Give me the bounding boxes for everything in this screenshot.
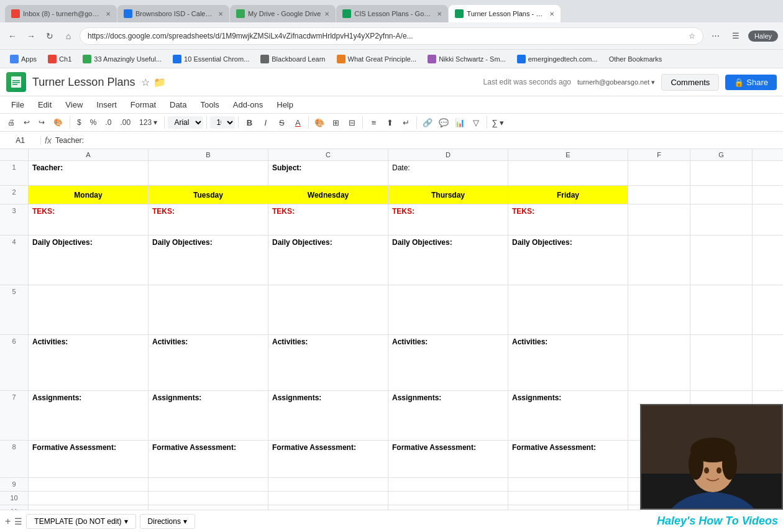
bookmark-10essential[interactable]: 10 Essential Chrom...: [168, 53, 254, 65]
bookmark-33[interactable]: 33 Amazingly Useful...: [78, 53, 167, 65]
borders-button[interactable]: ⊞: [328, 115, 343, 130]
cell-d10[interactable]: [388, 492, 508, 505]
col-header-g[interactable]: G: [690, 149, 753, 160]
undo-button[interactable]: ↩: [20, 116, 34, 129]
cell-c7[interactable]: Assignments:: [268, 391, 388, 440]
cell-b7[interactable]: Assignments:: [149, 391, 268, 440]
cell-b1[interactable]: [149, 161, 268, 185]
cell-a7[interactable]: Assignments:: [29, 391, 149, 440]
cell-a9[interactable]: [29, 478, 149, 491]
bookmark-whatgreat[interactable]: What Great Principle...: [332, 53, 422, 65]
cell-f6[interactable]: [628, 335, 690, 390]
cell-e5[interactable]: [508, 285, 628, 334]
align-left-button[interactable]: ≡: [366, 115, 381, 130]
cell-e10[interactable]: [508, 492, 628, 505]
cell-c3[interactable]: TEKS:: [268, 204, 388, 235]
menu-insert[interactable]: Insert: [90, 98, 123, 112]
cell-d5[interactable]: [388, 285, 508, 334]
cell-d8[interactable]: Formative Assessment:: [388, 441, 508, 477]
fill-color-button[interactable]: 🎨: [312, 115, 327, 130]
cell-g4[interactable]: [690, 236, 753, 285]
filter-button[interactable]: ▽: [469, 115, 483, 130]
insert-link-button[interactable]: 🔗: [420, 115, 435, 130]
cell-g6[interactable]: [690, 335, 753, 390]
bookmark-star-icon[interactable]: ☆: [141, 76, 150, 88]
cell-a10[interactable]: [29, 492, 149, 505]
cell-b6[interactable]: Activities:: [149, 335, 268, 390]
cell-e6[interactable]: Activities:: [508, 335, 628, 390]
cell-c1[interactable]: Subject:: [268, 161, 388, 185]
cell-d7[interactable]: Assignments:: [388, 391, 508, 440]
cell-a3[interactable]: TEKS:: [29, 204, 149, 235]
cell-e9[interactable]: [508, 478, 628, 491]
redo-button[interactable]: ↪: [35, 116, 48, 129]
cell-g3[interactable]: [690, 204, 753, 235]
cell-f1[interactable]: [628, 161, 690, 185]
functions-button[interactable]: ∑ ▾: [490, 115, 505, 130]
bookmark-blackboard[interactable]: Blackboard Learn: [255, 53, 330, 65]
insert-chart-button[interactable]: 📊: [452, 115, 467, 130]
tab-close-drive[interactable]: ✕: [324, 11, 329, 17]
cell-a4[interactable]: Daily Objectives:: [29, 236, 149, 285]
sheet-tab-directions[interactable]: Directions ▾: [140, 514, 195, 529]
decimal-increase-button[interactable]: .00: [116, 116, 134, 129]
tab-cis[interactable]: CIS Lesson Plans - Google... ✕: [336, 5, 448, 22]
bookmark-nikki[interactable]: Nikki Schwartz - Sm...: [423, 53, 511, 65]
cell-b11[interactable]: [149, 505, 268, 510]
cell-g2[interactable]: [690, 186, 753, 204]
menu-edit[interactable]: Edit: [32, 98, 58, 112]
tab-drive[interactable]: My Drive - Google Drive ✕: [230, 5, 336, 22]
cell-b8[interactable]: Formative Assessment:: [149, 441, 268, 477]
reload-button[interactable]: ↻: [42, 29, 57, 44]
menu-addons[interactable]: Add-ons: [227, 98, 269, 112]
cell-d11[interactable]: [388, 505, 508, 510]
menu-file[interactable]: File: [5, 98, 30, 112]
sheet-list-button[interactable]: ☰: [14, 516, 22, 526]
paint-format-button[interactable]: 🎨: [50, 116, 66, 129]
formula-input[interactable]: Teacher:: [55, 136, 779, 145]
cell-b10[interactable]: [149, 492, 268, 505]
more-formats-button[interactable]: 123 ▾: [135, 116, 161, 129]
cell-e1[interactable]: [508, 161, 628, 185]
star-icon[interactable]: ☆: [689, 32, 695, 40]
user-email[interactable]: turnerh@gobearsgo.net ▾: [577, 78, 655, 86]
print-button[interactable]: 🖨: [4, 116, 19, 129]
cell-c11[interactable]: [268, 505, 388, 510]
url-bar[interactable]: https://docs.google.com/spreadsheets/d/1…: [80, 27, 703, 45]
cell-e2[interactable]: Friday: [508, 186, 628, 204]
menu-tools[interactable]: Tools: [194, 98, 225, 112]
cell-d2[interactable]: Thursday: [388, 186, 508, 204]
bookmark-other[interactable]: Other Bookmarks: [604, 54, 667, 64]
cell-f5[interactable]: [628, 285, 690, 334]
cell-g1[interactable]: [690, 161, 753, 185]
cell-d9[interactable]: [388, 478, 508, 491]
bookmark-emerging[interactable]: emergingedtech.com...: [512, 53, 603, 65]
cell-g5[interactable]: [690, 285, 753, 334]
cell-b5[interactable]: [149, 285, 268, 334]
merge-cells-button[interactable]: ⊟: [344, 115, 359, 130]
cell-d1[interactable]: Date:: [388, 161, 508, 185]
cell-c9[interactable]: [268, 478, 388, 491]
menu-help[interactable]: Help: [270, 98, 300, 112]
bookmark-ch1[interactable]: Ch1: [43, 53, 76, 65]
col-header-f[interactable]: F: [628, 149, 690, 160]
bold-button[interactable]: B: [242, 115, 257, 130]
tab-close-turner[interactable]: ✕: [549, 11, 554, 17]
cell-c10[interactable]: [268, 492, 388, 505]
italic-button[interactable]: I: [258, 115, 273, 130]
strikethrough-button[interactable]: S: [274, 115, 289, 130]
back-button[interactable]: ←: [5, 29, 20, 44]
cell-a1[interactable]: Teacher:: [29, 161, 149, 185]
cell-d4[interactable]: Daily Objectives:: [388, 236, 508, 285]
cell-b3[interactable]: TEKS:: [149, 204, 268, 235]
tab-brownsboro[interactable]: Brownsboro ISD - Calenda... ✕: [117, 5, 229, 22]
cell-b4[interactable]: Daily Objectives:: [149, 236, 268, 285]
font-select[interactable]: Arial: [168, 116, 203, 129]
cell-a11[interactable]: [29, 505, 149, 510]
percent-button[interactable]: %: [86, 116, 101, 129]
cell-a5[interactable]: [29, 285, 149, 334]
col-header-c[interactable]: C: [268, 149, 388, 160]
cell-e7[interactable]: Assignments:: [508, 391, 628, 440]
sheet-tab-template-dropdown[interactable]: ▾: [124, 517, 128, 526]
cell-e8[interactable]: Formative Assessment:: [508, 441, 628, 477]
